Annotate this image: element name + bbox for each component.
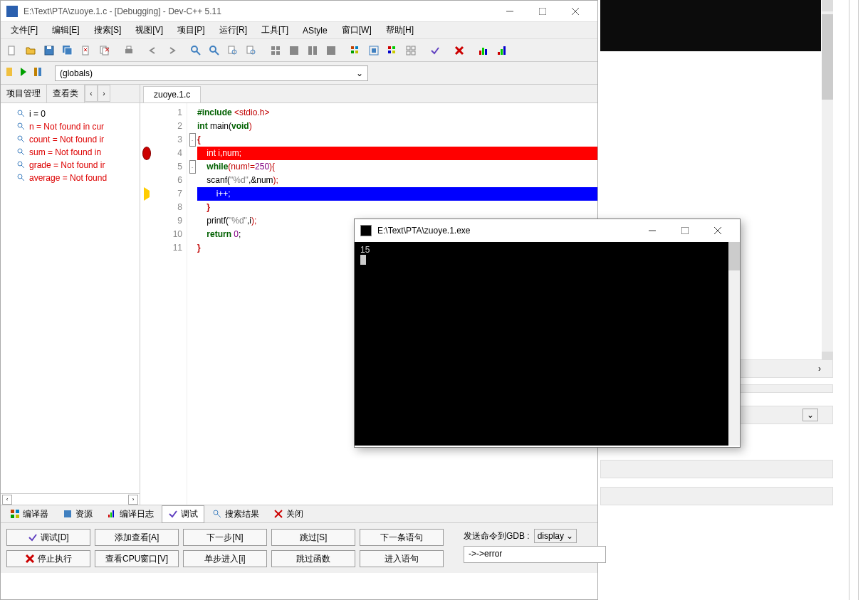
save-button[interactable] (41, 42, 58, 59)
svg-line-59 (21, 114, 24, 117)
menu-help[interactable]: 帮助[H] (379, 22, 421, 38)
close-button[interactable] (559, 1, 592, 22)
side-tab-classes[interactable]: 查看类 (47, 85, 85, 102)
debug-check-button[interactable] (427, 42, 444, 59)
svg-rect-76 (110, 512, 112, 517)
svg-rect-6 (47, 46, 51, 49)
open-button[interactable] (22, 42, 39, 59)
tree-item[interactable]: grade = Not found ir (5, 159, 135, 172)
tab-close[interactable]: 关闭 (267, 505, 310, 523)
breakpoint-gutter[interactable] (140, 103, 153, 505)
step-into-button[interactable]: 单步进入[i] (183, 550, 267, 567)
goto-bookmark-button[interactable] (18, 66, 29, 80)
menu-astyle[interactable]: AStyle (296, 23, 335, 38)
rebuild-button[interactable] (323, 42, 340, 59)
tree-item[interactable]: n = Not found in cur (5, 120, 135, 133)
tab-resource[interactable]: 资源 (56, 505, 99, 523)
tab-compile-log[interactable]: 编译日志 (100, 505, 160, 523)
debug-panel: 调试[D] 添加查看[A] 下一步[N] 跳过[S] 下一条语句 停止执行 查看… (1, 523, 597, 573)
add-watch-button[interactable]: 添加查看[A] (95, 529, 179, 546)
replace-button[interactable] (206, 42, 223, 59)
globals-combo[interactable]: (globals) ⌄ (55, 65, 368, 81)
menu-search[interactable]: 搜索[S] (87, 22, 129, 38)
debug-stop-button[interactable] (451, 42, 468, 59)
redo-button[interactable] (163, 42, 180, 59)
next-step-button[interactable]: 下一步[N] (183, 529, 267, 546)
svg-rect-54 (503, 46, 506, 55)
menu-view[interactable]: 视图[V] (128, 22, 170, 38)
profile-button[interactable] (475, 42, 492, 59)
svg-rect-16 (127, 46, 131, 49)
menu-edit[interactable]: 编辑[E] (45, 22, 87, 38)
stop-debug-button[interactable]: 停止执行 (6, 550, 90, 567)
breakpoint-icon[interactable] (142, 147, 151, 160)
close-all-button[interactable]: × (96, 42, 113, 59)
tab-search-results[interactable]: 搜索结果 (206, 505, 266, 523)
gdb-command-combo[interactable]: display⌄ (534, 529, 577, 543)
svg-rect-27 (271, 51, 275, 55)
console-minimize-button[interactable] (636, 219, 669, 242)
step-out-button[interactable]: 跳过函数 (271, 550, 355, 567)
tab-compiler[interactable]: 编译器 (4, 505, 55, 523)
right-scrollbar[interactable] (822, 0, 833, 363)
tree-item[interactable]: i = 0 (5, 107, 135, 120)
maximize-button[interactable] (526, 1, 559, 22)
console-scrollbar[interactable] (728, 242, 740, 446)
console-body[interactable]: 15 (355, 242, 740, 446)
menu-run[interactable]: 运行[R] (212, 22, 254, 38)
side-tab-next[interactable]: › (98, 85, 110, 102)
side-tab-project[interactable]: 项目管理 (1, 85, 47, 102)
find-in-files-button[interactable] (224, 42, 241, 59)
console-close-button[interactable] (701, 219, 734, 242)
chevron-down-icon: ⌄ (356, 68, 363, 78)
menu-tools[interactable]: 工具[T] (254, 22, 296, 38)
profile2-button[interactable] (493, 42, 511, 59)
close-file-button[interactable] (78, 42, 95, 59)
run-button[interactable] (286, 42, 303, 59)
grid1-button[interactable] (347, 42, 364, 59)
save-all-button[interactable] (59, 42, 76, 59)
tree-label: i = 0 (29, 109, 46, 119)
svg-point-19 (210, 46, 216, 52)
grid2-button[interactable] (365, 42, 382, 59)
tree-item[interactable]: count = Not found ir (5, 133, 135, 146)
into-stmt-button[interactable]: 进入语句 (360, 550, 444, 567)
next-stmt-button[interactable]: 下一条语句 (360, 529, 444, 546)
side-tab-prev[interactable]: ‹ (85, 85, 98, 102)
console-maximize-button[interactable] (669, 219, 701, 242)
svg-rect-72 (11, 515, 14, 518)
toolbar-secondary: (globals) ⌄ (1, 62, 597, 85)
cpu-window-button[interactable]: 查看CPU窗口[V] (95, 550, 179, 567)
menu-window[interactable]: 窗口[W] (335, 22, 379, 38)
find-button[interactable] (187, 42, 204, 59)
grid4-button[interactable] (402, 42, 419, 59)
toggle-bookmark-button[interactable] (32, 66, 43, 80)
svg-rect-56 (34, 68, 37, 76)
console-icon (360, 225, 372, 236)
step-over-button[interactable]: 跳过[S] (271, 529, 355, 546)
sidebar-hscroll[interactable]: ‹› (1, 493, 140, 505)
goto-button[interactable] (243, 42, 260, 59)
compile-button[interactable] (267, 42, 284, 59)
tree-item[interactable]: sum = Not found in (5, 146, 135, 159)
console-titlebar[interactable]: E:\Text\PTA\zuoye.1.exe (355, 219, 740, 242)
new-file-button[interactable] (4, 42, 21, 59)
tree-item[interactable]: average = Not found (5, 172, 135, 184)
print-button[interactable] (120, 42, 137, 59)
minimize-button[interactable] (493, 1, 526, 22)
svg-rect-77 (113, 510, 114, 517)
menu-file[interactable]: 文件[F] (4, 22, 45, 38)
menu-project[interactable]: 项目[P] (170, 22, 212, 38)
watch-tree: i = 0 n = Not found in cur count = Not f… (1, 103, 140, 189)
compile-run-button[interactable] (304, 42, 321, 59)
editor-tab[interactable]: zuoye.1.c (143, 86, 201, 102)
bookmark-button[interactable] (4, 66, 15, 80)
svg-line-79 (217, 514, 221, 517)
debug-button[interactable]: 调试[D] (6, 529, 90, 546)
grid3-button[interactable] (384, 42, 401, 59)
current-line-icon (144, 187, 150, 201)
magnify-icon (16, 147, 26, 157)
undo-button[interactable] (145, 42, 162, 59)
tab-debug[interactable]: 调试 (162, 505, 204, 523)
fold-gutter[interactable]: -- (187, 103, 197, 505)
